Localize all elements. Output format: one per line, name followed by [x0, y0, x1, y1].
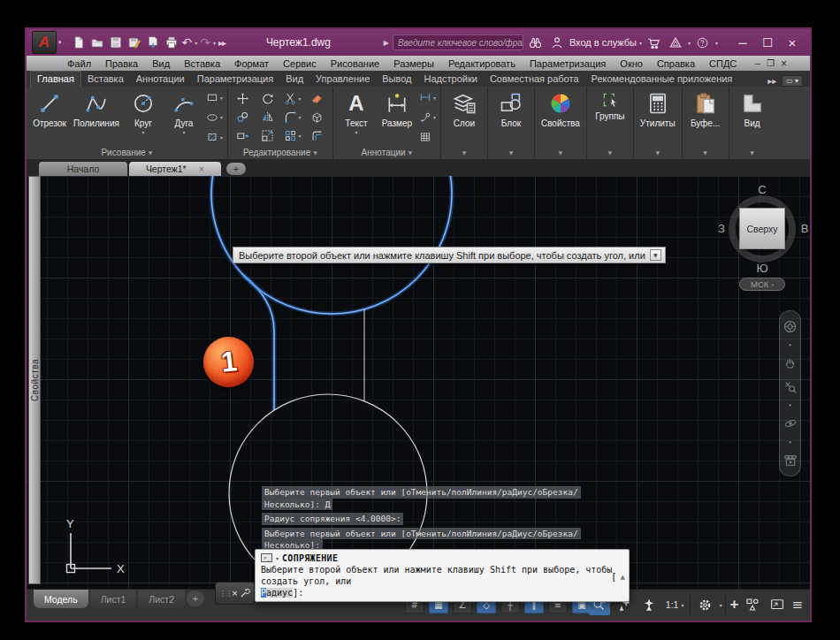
- search-button[interactable]: [527, 34, 545, 51]
- circle-button[interactable]: Круг ▾: [124, 88, 163, 146]
- workspace-caret-icon[interactable]: ▾: [719, 602, 722, 608]
- orbit-button[interactable]: [783, 415, 798, 431]
- clipboard-button[interactable]: Буфе...: [686, 88, 725, 146]
- circle-dropdown-icon[interactable]: ▾: [141, 129, 144, 135]
- copy-button[interactable]: [232, 109, 255, 126]
- command-close-button[interactable]: ×: [232, 588, 237, 598]
- command-window-grip[interactable]: ⋮⋮ ×: [215, 582, 255, 605]
- navbar-caret-icon[interactable]: ▾: [789, 342, 791, 347]
- ribbon-tab-annotate[interactable]: Аннотации: [130, 72, 191, 87]
- ribbon-tab-insert[interactable]: Вставка: [81, 72, 130, 87]
- properties-panel-expander[interactable]: ▼: [535, 146, 586, 159]
- drawing-viewport[interactable]: Y X Свойства Выберите второй объект или …: [27, 176, 810, 589]
- orbit-caret-icon[interactable]: ▾: [789, 439, 791, 445]
- maximize-button[interactable]: ☐: [755, 33, 780, 52]
- block-button[interactable]: Блок: [492, 88, 531, 146]
- redo-button[interactable]: ↷: [200, 36, 210, 49]
- viewcube-north[interactable]: С: [755, 183, 769, 196]
- utilities-panel-expander[interactable]: ▼: [634, 146, 682, 159]
- save-as-button[interactable]: [126, 34, 142, 50]
- app-store-button[interactable]: [645, 34, 663, 51]
- menu-parametric[interactable]: Параметризация: [523, 58, 613, 69]
- object-isolate-button[interactable]: [742, 594, 763, 615]
- clean-screen-button[interactable]: [767, 594, 788, 615]
- command-window[interactable]: >_ ▾ СОПРЯЖЕНИЕ Выберите второй объект и…: [255, 549, 630, 602]
- tooltip-expand-button[interactable]: ▼: [650, 249, 661, 261]
- ribbon-tab-view[interactable]: Вид: [279, 72, 309, 87]
- properties-palette-bar[interactable]: Свойства: [28, 176, 41, 584]
- selected-circle[interactable]: [211, 176, 452, 314]
- draw-panel-title[interactable]: Рисование▼: [27, 146, 227, 159]
- add-status-button[interactable]: +: [729, 596, 738, 613]
- a360-button[interactable]: [667, 34, 684, 51]
- workspace-switch-button[interactable]: [694, 594, 715, 615]
- scale-button[interactable]: [256, 127, 279, 145]
- offset-button[interactable]: [306, 127, 329, 145]
- annotation-scale-selector[interactable]: 1:1▾: [663, 599, 687, 610]
- export-button[interactable]: [145, 34, 161, 50]
- clipboard-panel-expander[interactable]: ▼: [683, 146, 729, 159]
- arc-dropdown-icon[interactable]: ▾: [182, 129, 185, 135]
- menu-modify[interactable]: Редактировать: [441, 58, 523, 69]
- menu-spds[interactable]: СПДС: [702, 58, 744, 69]
- steering-wheel-button[interactable]: [783, 318, 798, 334]
- viewcube-south[interactable]: Ю: [755, 262, 769, 275]
- signin-icon-button[interactable]: [548, 34, 566, 51]
- modify-panel-title[interactable]: Редактирование▼: [228, 146, 332, 159]
- search-expander-icon[interactable]: ▶: [384, 39, 389, 47]
- customization-menu-button[interactable]: ≡: [791, 597, 803, 613]
- stretch-button[interactable]: [232, 127, 255, 145]
- search-input[interactable]: Введите ключевое слово/фразу: [393, 34, 523, 50]
- rectangle-button[interactable]: ▾: [206, 91, 223, 103]
- block-panel-expander[interactable]: ▼: [488, 146, 534, 159]
- mdi-restore-button[interactable]: ❐: [767, 58, 775, 68]
- app-menu-button[interactable]: A: [32, 31, 57, 54]
- tab-close-icon[interactable]: ×: [199, 164, 204, 174]
- viewcube-east[interactable]: В: [798, 222, 810, 235]
- hatch-button[interactable]: ▾: [206, 131, 223, 143]
- open-file-button[interactable]: [89, 34, 105, 50]
- ribbon-overflow-icon[interactable]: ▸▸: [767, 76, 776, 86]
- ribbon-tab-parametric[interactable]: Параметризация: [191, 72, 279, 87]
- dimension-button[interactable]: Размер: [378, 88, 416, 146]
- menu-view[interactable]: Вид: [145, 58, 177, 69]
- tab-model[interactable]: Модель: [34, 590, 88, 608]
- mirror-button[interactable]: [256, 109, 279, 126]
- tab-layout2[interactable]: Лист2: [138, 590, 185, 608]
- move-button[interactable]: [232, 90, 255, 108]
- menu-file[interactable]: Файл: [60, 58, 98, 69]
- layers-panel-expander[interactable]: ▼: [441, 146, 487, 159]
- ribbon-tab-addins[interactable]: Надстройки: [418, 72, 484, 87]
- qat-overflow-button[interactable]: ▸▸: [218, 38, 225, 48]
- viewcube-top-face[interactable]: Сверху: [739, 208, 785, 249]
- menu-format[interactable]: Формат: [227, 58, 276, 69]
- minimize-button[interactable]: ─: [730, 33, 755, 52]
- command-options-caret-icon[interactable]: ▾: [276, 555, 279, 561]
- ribbon-tab-home[interactable]: Главная: [30, 71, 81, 87]
- menu-edit[interactable]: Правка: [98, 58, 145, 69]
- linear-dimension-button[interactable]: ▾: [419, 91, 436, 103]
- new-tab-button[interactable]: +: [226, 163, 246, 175]
- mdi-close-button[interactable]: ×: [781, 57, 787, 70]
- trim-button[interactable]: ▾: [281, 90, 304, 108]
- zoom-caret-icon[interactable]: ▾: [789, 402, 791, 408]
- pan-button[interactable]: [783, 355, 798, 371]
- groups-button[interactable]: Группы: [591, 88, 630, 146]
- ribbon-tab-collaborate[interactable]: Совместная работа: [484, 72, 585, 87]
- line-button[interactable]: Отрезок: [30, 88, 69, 146]
- save-button[interactable]: [108, 34, 124, 50]
- layers-button[interactable]: Слои: [445, 88, 484, 146]
- plot-button[interactable]: [164, 34, 179, 50]
- tab-start[interactable]: Начало: [39, 162, 127, 176]
- wcs-dropdown[interactable]: МСК▾: [739, 278, 785, 291]
- a360-caret-icon[interactable]: ▾: [688, 40, 691, 46]
- menu-tools[interactable]: Сервис: [276, 58, 324, 69]
- utilities-button[interactable]: Утилиты: [638, 88, 678, 146]
- text-button[interactable]: A Текст ▾: [337, 88, 376, 146]
- app-menu-caret-icon[interactable]: ▾: [58, 39, 62, 46]
- menu-help[interactable]: Справка: [650, 58, 702, 69]
- undo-button[interactable]: ↶: [182, 36, 193, 49]
- signin-button[interactable]: Вход в службы▾: [569, 37, 642, 48]
- menu-window[interactable]: Окно: [613, 58, 650, 69]
- tab-drawing1[interactable]: Чертеж1*×: [129, 162, 221, 176]
